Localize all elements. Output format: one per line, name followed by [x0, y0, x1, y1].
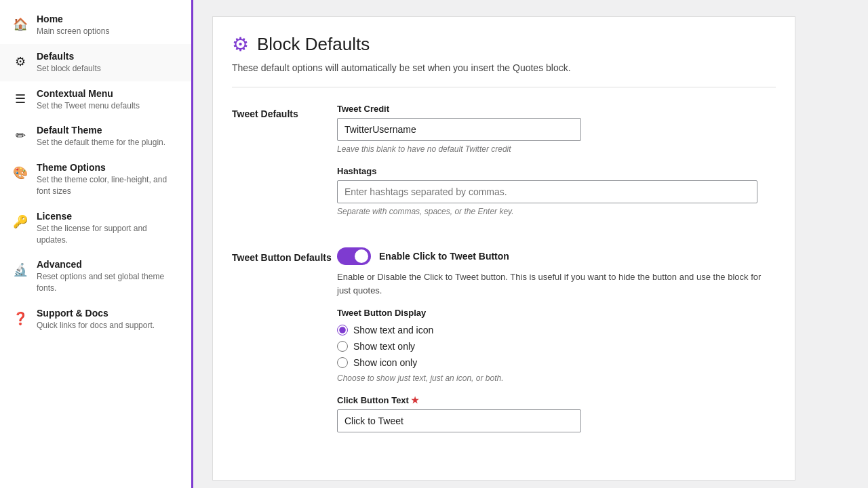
sidebar-item-sublabel-default-theme: Set the default theme for the plugin.: [37, 137, 165, 148]
sidebar-item-label-advanced: Advanced: [37, 259, 180, 270]
sidebar-item-label-default-theme: Default Theme: [37, 125, 165, 136]
contextual-menu-icon: ☰: [11, 89, 30, 108]
radio-text-icon-input[interactable]: [337, 325, 348, 336]
sidebar-item-sublabel-advanced: Reset options and set global theme fonts…: [37, 271, 180, 294]
tweet-credit-label: Tweet Credit: [337, 104, 776, 114]
sidebar-item-label-defaults: Defaults: [37, 51, 101, 62]
sidebar-item-label-license: License: [37, 211, 180, 222]
sidebar-item-theme-options[interactable]: 🎨Theme OptionsSet the theme color, line-…: [0, 155, 191, 204]
radio-text-only-option[interactable]: Show text only: [337, 341, 776, 352]
main-content: ⚙ Block Defaults These default options w…: [193, 0, 868, 488]
sidebar-item-sublabel-license: Set the license for support and updates.: [37, 223, 180, 246]
sidebar-item-label-home: Home: [37, 14, 109, 24]
page-title: Block Defaults: [257, 34, 370, 55]
sidebar-item-sublabel-theme-options: Set the theme color, line-height, and fo…: [37, 174, 180, 197]
button-display-label: Tweet Button Display: [337, 308, 776, 318]
radio-icon-only-label: Show icon only: [353, 357, 417, 368]
support-docs-icon: ❓: [11, 309, 30, 328]
sidebar-item-sublabel-home: Main screen options: [37, 26, 109, 37]
sidebar-item-license[interactable]: 🔑LicenseSet the license for support and …: [0, 204, 191, 253]
page-header: ⚙ Block Defaults: [232, 33, 776, 56]
theme-options-icon: 🎨: [11, 163, 30, 182]
sidebar-item-home[interactable]: 🏠HomeMain screen options: [0, 7, 191, 44]
sidebar-item-label-theme-options: Theme Options: [37, 162, 180, 173]
sidebar-item-contextual-menu[interactable]: ☰Contextual MenuSet the Tweet menu defau…: [0, 81, 191, 119]
tweet-button-label: Tweet Button Defaults: [232, 247, 337, 265]
radio-icon-only-option[interactable]: Show icon only: [337, 357, 776, 368]
tweet-credit-input[interactable]: [337, 118, 581, 141]
hashtags-input[interactable]: [337, 180, 757, 203]
tweet-defaults-row: Tweet Defaults Tweet Credit Leave this b…: [232, 104, 776, 228]
sidebar-item-advanced[interactable]: 🔬AdvancedReset options and set global th…: [0, 252, 191, 301]
tweet-button-content: Enable Click to Tweet Button Enable or D…: [337, 247, 776, 445]
sidebar-item-support-docs[interactable]: ❓Support & DocsQuick links for docs and …: [0, 301, 191, 338]
radio-hint: Choose to show just text, just an icon, …: [337, 373, 776, 383]
sidebar-item-sublabel-contextual-menu: Set the Tweet menu defaults: [37, 100, 140, 112]
hashtags-hint: Separate with commas, spaces, or the Ent…: [337, 207, 776, 216]
tweet-defaults-content: Tweet Credit Leave this blank to have no…: [337, 104, 776, 228]
license-icon: 🔑: [11, 212, 30, 231]
click-button-text-field: Click Button Text★: [337, 395, 776, 432]
radio-icon-only-input[interactable]: [337, 357, 348, 368]
enable-toggle[interactable]: [337, 247, 371, 265]
tweet-button-row: Tweet Button Defaults Enable Click to Tw…: [232, 247, 776, 445]
toggle-slider: [337, 247, 371, 265]
sidebar-item-defaults[interactable]: ⚙DefaultsSet block defaults: [0, 44, 191, 81]
sidebar-item-default-theme[interactable]: ✏Default ThemeSet the default theme for …: [0, 118, 191, 155]
sidebar: 🏠HomeMain screen options⚙DefaultsSet blo…: [0, 0, 193, 488]
enable-click-description: Enable or Disable the Click to Tweet but…: [337, 270, 764, 297]
hashtags-label: Hashtags: [337, 166, 776, 176]
radio-text-only-input[interactable]: [337, 341, 348, 352]
content-card: ⚙ Block Defaults These default options w…: [212, 16, 795, 481]
tweet-credit-field: Tweet Credit Leave this blank to have no…: [337, 104, 776, 154]
home-icon: 🏠: [11, 15, 30, 34]
tweet-defaults-label: Tweet Defaults: [232, 104, 337, 121]
enable-click-row: Enable Click to Tweet Button: [337, 247, 776, 265]
click-button-text-input[interactable]: [337, 409, 581, 432]
hashtags-field: Hashtags Separate with commas, spaces, o…: [337, 166, 776, 216]
sidebar-item-label-contextual-menu: Contextual Menu: [37, 88, 140, 99]
tweet-credit-hint: Leave this blank to have no default Twit…: [337, 144, 776, 154]
default-theme-icon: ✏: [11, 126, 30, 145]
gear-icon: ⚙: [232, 33, 249, 56]
advanced-icon: 🔬: [11, 260, 30, 279]
defaults-icon: ⚙: [11, 52, 30, 71]
radio-text-icon-label: Show text and icon: [353, 325, 433, 336]
radio-text-icon-option[interactable]: Show text and icon: [337, 325, 776, 336]
sidebar-item-sublabel-defaults: Set block defaults: [37, 63, 101, 75]
enable-click-label: Enable Click to Tweet Button: [379, 251, 509, 262]
radio-text-only-label: Show text only: [353, 341, 415, 352]
required-star: ★: [411, 395, 419, 405]
sidebar-item-sublabel-support-docs: Quick links for docs and support.: [37, 320, 155, 331]
sidebar-item-label-support-docs: Support & Docs: [37, 308, 155, 319]
click-button-text-label: Click Button Text★: [337, 395, 776, 405]
page-subtitle: These default options will automatically…: [232, 62, 776, 87]
